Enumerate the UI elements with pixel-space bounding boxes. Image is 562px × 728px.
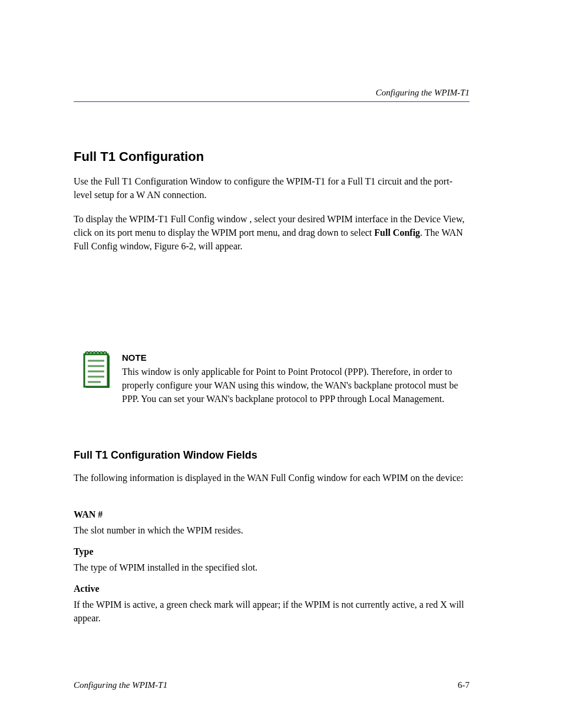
subsection-intro: The following information is displayed i… (74, 471, 470, 485)
menu-item-full-config: Full Config (374, 228, 420, 238)
running-header: Configuring the WPIM-T1 (376, 88, 470, 97)
footer-page-number: 6-7 (458, 680, 470, 690)
note-label: NOTE (122, 353, 470, 363)
field-active-label: Active (74, 582, 470, 595)
field-type-label: Type (74, 545, 470, 558)
field-type-text: The type of WPIM installed in the specif… (74, 561, 470, 574)
header-rule (74, 101, 470, 102)
field-wan-text: The slot number in which the WPIM reside… (74, 523, 470, 537)
field-wan-label: WAN # (74, 508, 470, 521)
subsection-heading: Full T1 Configuration Window Fields (74, 449, 257, 462)
note-body: This window is only applicable for Point… (122, 365, 470, 406)
section-heading: Full T1 Configuration (74, 149, 204, 164)
figure-link[interactable]: Figure 6-2 (154, 241, 194, 251)
footer-left: Configuring the WPIM-T1 (74, 680, 167, 690)
intro-link[interactable]: Full T1 Configuration Window (104, 176, 222, 186)
intro-paragraph: Use the Full T1 Configuration Window to … (74, 174, 470, 202)
figure-placeholder (74, 263, 470, 328)
paragraph-1: To display the WPIM-T1 Full Config windo… (74, 212, 470, 253)
note-icon (83, 350, 110, 389)
field-active-text: If the WPIM is active, a green check mar… (74, 598, 470, 625)
